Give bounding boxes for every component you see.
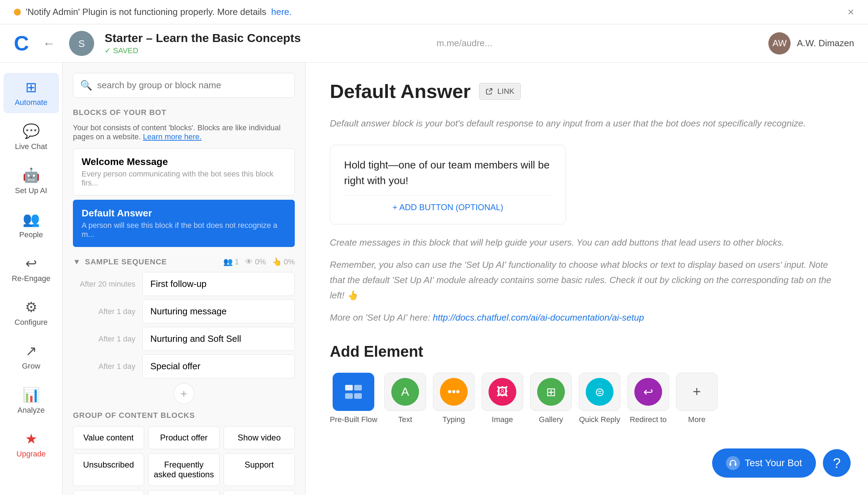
analyze-icon: 📊 <box>23 387 40 403</box>
text-label: Text <box>398 415 412 424</box>
search-input[interactable] <box>97 80 287 91</box>
content-header: Default Answer LINK <box>330 80 844 102</box>
sequence-row-2: After 1 day Nurturing and Soft Sell <box>73 327 295 351</box>
content-block-product2[interactable]: Product 2 <box>73 490 144 495</box>
svg-rect-8 <box>735 463 736 466</box>
sidebar-item-configure[interactable]: ⚙ Configure <box>3 293 59 333</box>
seq-block-0[interactable]: First follow-up <box>142 272 295 296</box>
help-icon: ? <box>833 455 841 471</box>
block-item-default[interactable]: Default Answer A person will see this bl… <box>73 200 295 247</box>
element-quick-reply[interactable]: ⊜ Quick Reply <box>579 373 620 424</box>
set-up-ai-icon: 🤖 <box>23 167 40 183</box>
block-description: Default answer block is your bot's defau… <box>330 116 844 131</box>
image-label: Image <box>492 415 513 424</box>
blocks-panel: 🔍 BLOCKS OF YOUR BOT Your bot consists o… <box>62 63 306 495</box>
sidebar-item-grow[interactable]: ↗ Grow <box>3 337 59 377</box>
svg-rect-7 <box>729 463 731 466</box>
people-icon: 👥 <box>23 211 40 228</box>
info-text-2: More on 'Set Up AI' here: http://docs.ch… <box>330 310 844 325</box>
sidebar-item-re-engage[interactable]: ↩ Re-Engage <box>3 249 59 289</box>
content-block-show-video[interactable]: Show video <box>224 426 295 449</box>
sidebar-label-re-engage: Re-Engage <box>12 274 50 283</box>
test-bot-button[interactable]: Test Your Bot <box>712 448 816 478</box>
quick-reply-label: Quick Reply <box>579 415 620 424</box>
user-avatar: AW <box>768 32 791 55</box>
page-title: Default Answer <box>330 80 471 102</box>
content-block-value-content[interactable]: Value content <box>73 426 144 449</box>
sidebar-item-set-up-ai[interactable]: 🤖 Set Up AI <box>3 161 59 201</box>
pre-built-flow-icon-box <box>333 373 374 411</box>
svg-rect-2 <box>345 385 353 390</box>
info-block: Create messages in this block that will … <box>330 235 844 325</box>
learn-more-link[interactable]: Learn more here. <box>143 132 202 141</box>
element-pre-built-flow[interactable]: Pre-Built Flow <box>330 373 377 424</box>
svg-point-6 <box>726 456 740 470</box>
link-button[interactable]: LINK <box>479 83 521 100</box>
live-chat-icon: 💬 <box>23 123 40 139</box>
content-block-faq[interactable]: Frequently asked questions <box>148 453 219 486</box>
info-text-1: Remember, you also can use the 'Set Up A… <box>330 257 844 303</box>
seq-block-2[interactable]: Nurturing and Soft Sell <box>142 327 295 351</box>
element-gallery[interactable]: ⊞ Gallery <box>530 373 572 424</box>
more-icon-box: + <box>676 373 718 411</box>
element-more[interactable]: + More <box>676 373 718 424</box>
notify-close-button[interactable]: × <box>848 6 854 18</box>
help-button[interactable]: ? <box>823 449 851 477</box>
re-engage-icon: ↩ <box>25 255 37 271</box>
test-bot-label: Test Your Bot <box>745 457 802 469</box>
stat-clicks: 👆 0% <box>272 257 295 266</box>
svg-rect-4 <box>345 393 353 399</box>
bot-info: Starter – Learn the Basic Concepts ✓ SAV… <box>105 31 426 55</box>
sidebar-label-configure: Configure <box>15 318 48 327</box>
gallery-icon-box: ⊞ <box>530 373 572 411</box>
typing-label: Typing <box>443 415 465 424</box>
element-typing[interactable]: ••• Typing <box>433 373 475 424</box>
seq-block-1[interactable]: Nurturing message <box>142 299 295 323</box>
search-icon: 🔍 <box>80 80 92 91</box>
block-item-welcome[interactable]: Welcome Message Every person communicati… <box>73 148 295 196</box>
content-block-product-question[interactable]: Product question <box>148 490 219 495</box>
back-button[interactable]: ← <box>39 33 59 54</box>
sequence-title-row: ▼ SAMPLE SEQUENCE <box>73 257 167 266</box>
content-blocks-title: GROUP OF CONTENT BLOCKS <box>73 411 295 420</box>
sidebar-item-live-chat[interactable]: 💬 Live Chat <box>3 117 59 157</box>
user-name: A.W. Dimazen <box>797 38 854 49</box>
info-text-0: Create messages in this block that will … <box>330 235 844 250</box>
sidebar-label-analyze: Analyze <box>17 406 44 415</box>
stat-views: 👁 0% <box>245 257 266 266</box>
svg-text:S: S <box>78 38 85 49</box>
add-element-title: Add Element <box>330 343 844 360</box>
upgrade-icon: ★ <box>25 431 37 447</box>
search-box[interactable]: 🔍 <box>73 73 295 98</box>
sidebar-label-live-chat: Live Chat <box>15 142 47 151</box>
sequence-row-3: After 1 day Special offer <box>73 354 295 378</box>
seq-block-3[interactable]: Special offer <box>142 354 295 378</box>
grow-icon: ↗ <box>25 343 37 359</box>
user-info: AW A.W. Dimazen <box>768 32 854 55</box>
typing-icon-box: ••• <box>433 373 475 411</box>
more-label: More <box>688 415 706 424</box>
sidebar-item-people[interactable]: 👥 People <box>3 205 59 246</box>
content-block-unsubscribed[interactable]: Unsubscribed <box>73 453 144 486</box>
main-content-area: Default Answer LINK Default answer block… <box>306 63 868 495</box>
sequence-row-1: After 1 day Nurturing message <box>73 299 295 323</box>
add-sequence-button[interactable]: + <box>174 383 194 404</box>
sidebar-item-upgrade[interactable]: ★ Upgrade <box>3 424 59 465</box>
ai-docs-link[interactable]: http://docs.chatfuel.com/ai/ai-documenta… <box>433 312 644 323</box>
blocks-section-desc: Your bot consists of content 'blocks'. B… <box>73 123 295 141</box>
sidebar-item-automate[interactable]: ⊞ Automate <box>3 73 59 113</box>
notify-dot <box>14 9 21 16</box>
sidebar-item-analyze[interactable]: 📊 Analyze <box>3 380 59 421</box>
add-button-optional[interactable]: + ADD BUTTON (OPTIONAL) <box>344 195 552 212</box>
bot-avatar: S <box>69 31 94 56</box>
sequence-section: ▼ SAMPLE SEQUENCE 👥 1 👁 0% 👆 0% <box>73 257 295 266</box>
sidebar-nav: ⊞ Automate 💬 Live Chat 🤖 Set Up AI 👥 Peo… <box>0 63 62 495</box>
element-redirect-to[interactable]: ↩ Redirect to <box>627 373 669 424</box>
content-block-support[interactable]: Support <box>224 453 295 486</box>
element-text[interactable]: A Text <box>384 373 426 424</box>
content-block-product-offer[interactable]: Product offer <box>148 426 219 449</box>
sequence-stats: 👥 1 👁 0% 👆 0% <box>223 257 295 266</box>
content-block-other-question[interactable]: Other question <box>224 490 295 495</box>
notify-link[interactable]: here. <box>271 7 292 17</box>
element-image[interactable]: 🖼 Image <box>482 373 523 424</box>
